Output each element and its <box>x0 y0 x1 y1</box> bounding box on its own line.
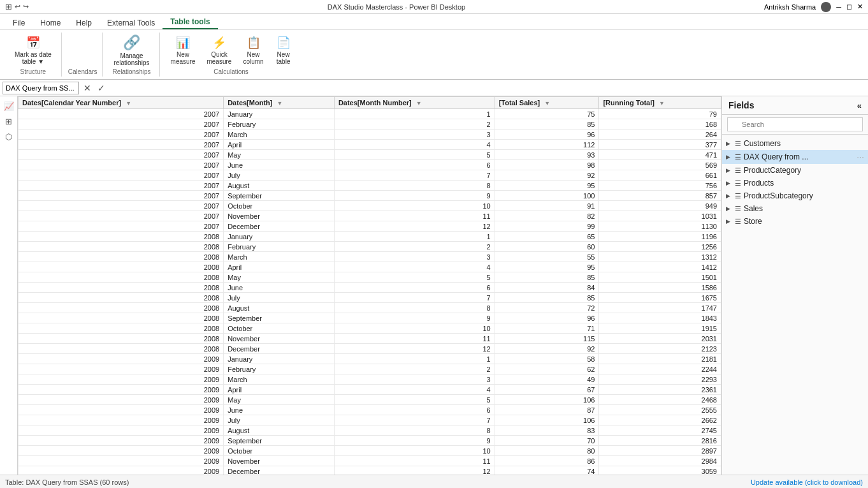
cell-r12-c1: January <box>224 232 335 242</box>
fields-collapse-icon[interactable]: « <box>857 101 862 110</box>
formula-cancel-btn[interactable]: ✕ <box>82 83 93 93</box>
filter-icon-col3[interactable]: ▼ <box>544 100 550 107</box>
cell-r5-c1: June <box>224 160 335 170</box>
cell-r9-c3: 91 <box>495 201 599 211</box>
cell-r12-c2: 1 <box>334 232 495 242</box>
fields-search-input[interactable] <box>727 117 863 131</box>
cell-r22-c3: 115 <box>495 334 599 344</box>
close-btn[interactable]: ✕ <box>857 3 863 11</box>
field-sales[interactable]: ▶ ☰ Sales <box>722 202 868 215</box>
cell-r1-c1: February <box>224 119 335 129</box>
cell-r22-c2: 11 <box>334 334 495 344</box>
tab-home[interactable]: Home <box>33 17 68 29</box>
quick-measure-btn[interactable]: ⚡ Quickmeasure <box>202 34 236 67</box>
cell-r19-c1: August <box>224 303 335 313</box>
cell-r6-c4: 661 <box>599 170 721 181</box>
filter-icon-col0[interactable]: ▼ <box>126 100 131 107</box>
manage-relationships-label: Managerelationships <box>113 52 149 66</box>
field-store[interactable]: ▶ ☰ Store <box>722 215 868 228</box>
data-table-wrapper[interactable]: Dates[Calendar Year Number] ▼ Dates[Mont… <box>18 96 721 475</box>
manage-relationships-btn[interactable]: 🔗 Managerelationships <box>109 33 154 68</box>
tab-external-tools[interactable]: External Tools <box>99 17 163 29</box>
new-measure-btn[interactable]: 📊 Newmeasure <box>166 34 200 67</box>
update-available-link[interactable]: Update available (click to download) <box>751 478 863 486</box>
table-row: 2009May51062468 <box>18 395 721 405</box>
table-row: 2008August8721747 <box>18 303 721 313</box>
cell-r26-c3: 49 <box>495 374 599 385</box>
cell-r23-c0: 2008 <box>18 344 224 354</box>
new-column-btn[interactable]: 📋 Newcolumn <box>238 34 268 67</box>
calendars-label: Calendars <box>68 68 98 77</box>
field-dax-query[interactable]: ▶ ☰ DAX Query from ... ··· <box>722 150 868 164</box>
table-row: 2008December12922123 <box>18 344 721 354</box>
tab-file[interactable]: File <box>5 17 33 29</box>
field-customers[interactable]: ▶ ☰ Customers <box>722 137 868 150</box>
field-product-subcategory[interactable]: ▶ ☰ ProductSubcategory <box>722 189 868 202</box>
new-table-btn[interactable]: 📄 Newtable <box>271 34 296 67</box>
calendar-icon: 📅 <box>26 36 40 50</box>
field-customers-label: Customers <box>744 139 781 148</box>
tab-help[interactable]: Help <box>68 17 99 29</box>
cell-r9-c0: 2007 <box>18 201 224 211</box>
table-icon-customers: ☰ <box>735 140 741 148</box>
cell-r17-c4: 1586 <box>599 283 721 293</box>
chart-view-icon[interactable]: 📈 <box>2 99 16 113</box>
cell-r26-c1: March <box>224 374 335 385</box>
cell-r24-c1: January <box>224 354 335 364</box>
table-row: 2009October10802897 <box>18 446 721 456</box>
col-month-number[interactable]: Dates[Month Number] ▼ <box>334 97 495 109</box>
col-total-sales[interactable]: [Total Sales] ▼ <box>495 97 599 109</box>
formula-confirm-btn[interactable]: ✓ <box>96 83 107 93</box>
cell-r25-c1: February <box>224 364 335 374</box>
cell-r0-c2: 1 <box>334 109 495 119</box>
cell-r35-c3: 74 <box>495 466 599 475</box>
col-calendar-year-number[interactable]: Dates[Calendar Year Number] ▼ <box>18 97 224 109</box>
field-product-category[interactable]: ▶ ☰ ProductCategory <box>722 164 868 177</box>
cell-r12-c0: 2008 <box>18 232 224 242</box>
new-measure-icon: 📊 <box>176 36 190 50</box>
table-row: 2007July792661 <box>18 170 721 181</box>
new-table-icon: 📄 <box>277 36 291 50</box>
cell-r6-c1: July <box>224 170 335 181</box>
col-running-total[interactable]: [Running Total] ▼ <box>599 97 721 109</box>
cell-r31-c0: 2009 <box>18 425 224 436</box>
mark-date-table-btn[interactable]: 📅 Mark as datetable ▼ <box>10 34 56 67</box>
restore-btn[interactable]: ◻ <box>846 3 852 11</box>
cell-r21-c0: 2008 <box>18 323 224 334</box>
quick-access-redo[interactable]: ↪ <box>23 3 29 11</box>
expand-arrow-products: ▶ <box>726 180 732 186</box>
filter-icon-col2[interactable]: ▼ <box>416 100 422 107</box>
filter-icon-col1[interactable]: ▼ <box>277 100 283 107</box>
cell-r8-c3: 100 <box>495 191 599 201</box>
cell-r24-c0: 2009 <box>18 354 224 364</box>
cell-r35-c2: 12 <box>334 466 495 475</box>
cell-r2-c4: 264 <box>599 129 721 140</box>
cell-r13-c2: 2 <box>334 242 495 252</box>
cell-r4-c0: 2007 <box>18 150 224 160</box>
filter-icon-col4[interactable]: ▼ <box>659 100 665 107</box>
cell-r17-c2: 6 <box>334 283 495 293</box>
cell-r3-c1: April <box>224 140 335 150</box>
cell-r31-c2: 8 <box>334 425 495 436</box>
tab-table-tools[interactable]: Table tools <box>163 15 217 29</box>
model-view-icon[interactable]: ⬡ <box>2 129 16 144</box>
field-products[interactable]: ▶ ☰ Products <box>722 177 868 189</box>
ribbon-items-relationships: 🔗 Managerelationships <box>109 33 154 68</box>
new-column-label: Newcolumn <box>243 51 263 65</box>
cell-r35-c4: 3059 <box>599 466 721 475</box>
col-month[interactable]: Dates[Month] ▼ <box>224 97 335 109</box>
dax-options-icon[interactable]: ··· <box>857 152 864 162</box>
expand-arrow-sales: ▶ <box>726 205 732 212</box>
minimize-btn[interactable]: ─ <box>836 3 841 11</box>
cell-r19-c3: 72 <box>495 303 599 313</box>
cell-r5-c0: 2007 <box>18 160 224 170</box>
cell-r18-c0: 2008 <box>18 293 224 303</box>
cell-r2-c2: 3 <box>334 129 495 140</box>
cell-r25-c4: 2244 <box>599 364 721 374</box>
manage-relationships-icon: 🔗 <box>123 34 140 51</box>
name-box[interactable] <box>3 82 79 94</box>
cell-r0-c0: 2007 <box>18 109 224 119</box>
quick-access-undo[interactable]: ↩ <box>15 3 20 11</box>
cell-r2-c0: 2007 <box>18 129 224 140</box>
data-view-icon[interactable]: ⊞ <box>2 114 16 128</box>
